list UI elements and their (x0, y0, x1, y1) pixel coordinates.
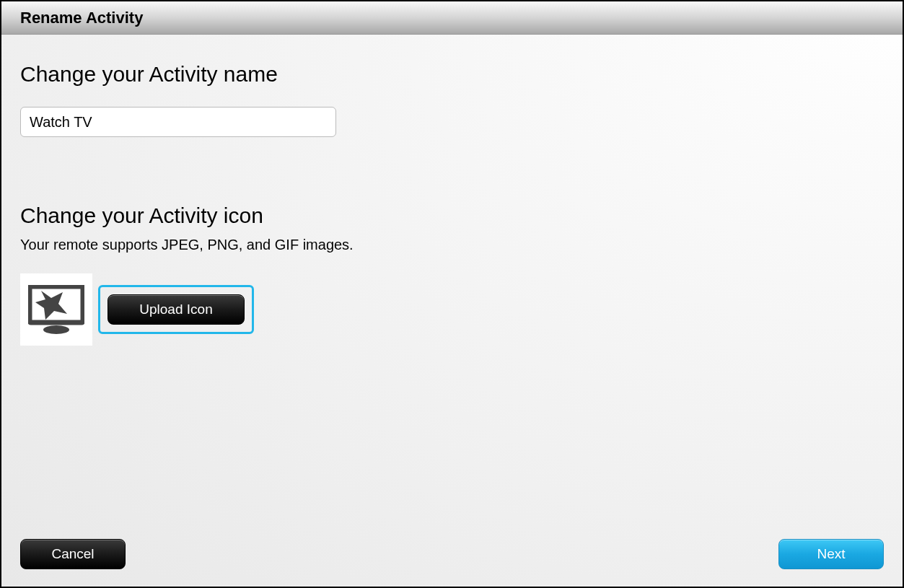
dialog-title: Rename Activity (20, 9, 143, 27)
cancel-button[interactable]: Cancel (20, 539, 126, 569)
activity-name-input[interactable] (20, 107, 336, 137)
activity-icon-preview (20, 273, 92, 346)
svg-point-1 (43, 325, 69, 334)
name-section-heading: Change your Activity name (20, 62, 884, 87)
icon-section-heading: Change your Activity icon (20, 203, 884, 228)
icon-supports-text: Your remote supports JPEG, PNG, and GIF … (20, 237, 884, 253)
upload-icon-button[interactable]: Upload Icon (107, 294, 245, 325)
dialog-footer: Cancel Next (20, 539, 884, 569)
next-button[interactable]: Next (778, 539, 884, 569)
rename-activity-dialog: Rename Activity Change your Activity nam… (0, 0, 904, 588)
dialog-titlebar: Rename Activity (1, 1, 903, 35)
upload-icon-highlight: Upload Icon (98, 285, 254, 334)
dialog-content: Change your Activity name Change your Ac… (1, 35, 903, 587)
tv-star-icon (28, 285, 84, 334)
icon-row: Upload Icon (20, 273, 884, 346)
